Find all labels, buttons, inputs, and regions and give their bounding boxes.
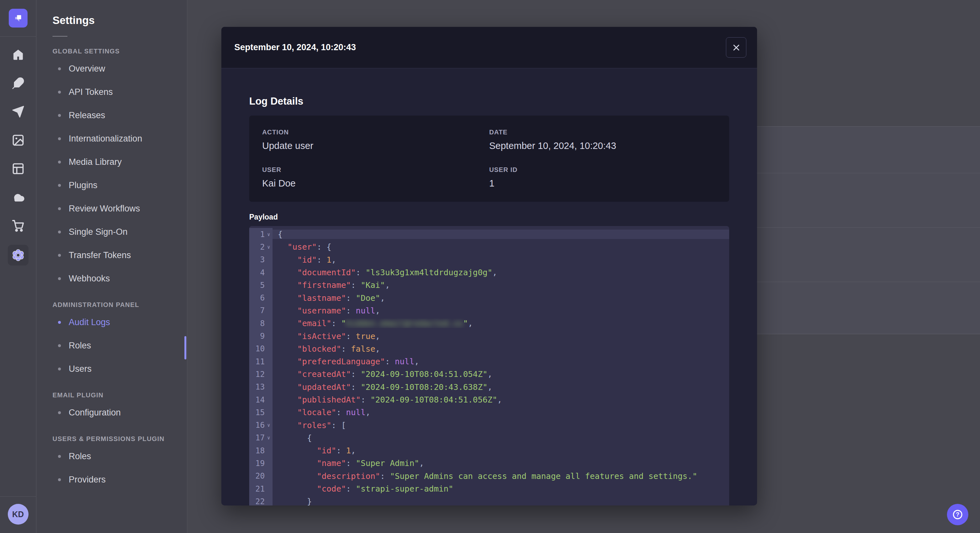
code-gutter: 7 — [249, 305, 272, 317]
nav-item-label: Internationalization — [69, 134, 142, 144]
nav-item-label: API Tokens — [69, 87, 113, 97]
code-line-1: 1∨{ — [249, 228, 729, 241]
settings-nav-item-providers[interactable]: Providers — [52, 468, 187, 491]
bullet-icon — [58, 184, 61, 187]
svg-text:?: ? — [956, 511, 959, 518]
line-number: 12 — [253, 370, 265, 379]
code-line-8: 8 "email": "hidden.email@redacted.xx", — [249, 317, 729, 330]
code-gutter: 16∨ — [249, 419, 272, 431]
modal-body: Log Details ACTIONUpdate userDATESeptemb… — [221, 95, 757, 506]
feather-icon — [12, 77, 25, 90]
code-text: "locale": null, — [272, 408, 729, 417]
shopping-cart-icon — [12, 219, 25, 232]
code-line-22: 22 } — [249, 495, 729, 506]
fold-chevron-icon[interactable]: ∨ — [265, 435, 272, 441]
code-line-10: 10 "blocked": false, — [249, 343, 729, 355]
settings-nav-item-configuration[interactable]: Configuration — [52, 401, 187, 424]
nav-item-label: Releases — [69, 110, 105, 121]
nav-section-administration-panel: ADMINISTRATION PANELAudit LogsRolesUsers — [52, 301, 187, 381]
code-line-7: 7 "username": null, — [249, 305, 729, 317]
line-number: 10 — [253, 344, 265, 353]
nav-item-label: Roles — [69, 341, 91, 351]
settings-nav-item-webhooks[interactable]: Webhooks — [52, 267, 187, 290]
code-gutter: 20 — [249, 470, 272, 482]
sidebar-item-home[interactable] — [8, 44, 29, 65]
code-gutter: 2∨ — [249, 241, 272, 253]
code-text: "lastname": "Doe", — [272, 293, 729, 303]
line-number: 16 — [253, 420, 265, 430]
line-number: 7 — [253, 306, 265, 315]
detail-user: USERKai Doe — [262, 166, 489, 189]
nav-item-label: Audit Logs — [69, 317, 110, 327]
settings-nav-item-transfer-tokens[interactable]: Transfer Tokens — [52, 244, 187, 267]
code-gutter: 18 — [249, 444, 272, 457]
settings-nav-item-users[interactable]: Users — [52, 357, 187, 381]
sidebar-item-content-type-builder[interactable] — [8, 159, 29, 179]
line-number: 18 — [253, 446, 265, 455]
nav-section-label: GLOBAL SETTINGS — [52, 48, 187, 55]
nav-item-label: Media Library — [69, 157, 122, 167]
code-text: { — [272, 433, 729, 443]
line-number: 19 — [253, 459, 265, 468]
rail-divider-bottom — [0, 497, 36, 497]
bullet-icon — [58, 277, 61, 280]
line-number: 1 — [253, 230, 265, 239]
settings-nav-item-internationalization[interactable]: Internationalization — [52, 127, 187, 150]
media-library-icon — [12, 134, 25, 147]
code-line-4: 4 "documentId": "ls3uk3g1xm4ltdrdugzajg0… — [249, 266, 729, 279]
sidebar-item-marketplace[interactable] — [8, 215, 29, 236]
sidebar-item-content-manager[interactable] — [8, 73, 29, 94]
bullet-icon — [58, 207, 61, 210]
detail-label: ACTION — [262, 128, 489, 136]
bullet-icon — [58, 137, 61, 140]
user-avatar[interactable]: KD — [8, 504, 29, 525]
code-text: "roles": [ — [272, 420, 729, 430]
code-gutter: 19 — [249, 457, 272, 470]
settings-nav-item-review-workflows[interactable]: Review Workflows — [52, 197, 187, 220]
fold-chevron-icon[interactable]: ∨ — [265, 244, 272, 250]
fold-chevron-icon[interactable]: ∨ — [265, 422, 272, 428]
bullet-icon — [58, 230, 61, 233]
settings-nav-item-roles[interactable]: Roles — [52, 444, 187, 468]
code-line-19: 19 "name": "Super Admin", — [249, 457, 729, 470]
settings-nav-item-audit-logs[interactable]: Audit Logs — [52, 311, 187, 334]
code-line-6: 6 "lastname": "Doe", — [249, 292, 729, 304]
fold-chevron-icon[interactable]: ∨ — [265, 232, 272, 237]
sidebar-item-media-library[interactable] — [8, 130, 29, 151]
nav-item-label: Providers — [69, 475, 106, 485]
settings-nav-item-plugins[interactable]: Plugins — [52, 174, 187, 197]
line-number: 15 — [253, 408, 265, 417]
code-line-20: 20 "description": "Super Admins can acce… — [249, 470, 729, 482]
code-gutter: 11 — [249, 355, 272, 368]
sidebar-item-releases[interactable] — [8, 102, 29, 122]
close-button[interactable] — [726, 37, 746, 58]
code-gutter: 17∨ — [249, 431, 272, 444]
settings-nav-item-overview[interactable]: Overview — [52, 57, 187, 80]
settings-subnav: Settings GLOBAL SETTINGSOverviewAPI Toke… — [37, 0, 187, 533]
strapi-logo[interactable] — [9, 9, 27, 27]
settings-nav-item-media-library[interactable]: Media Library — [52, 150, 187, 174]
settings-nav-item-single-sign-on[interactable]: Single Sign-On — [52, 220, 187, 244]
nav-section-global-settings: GLOBAL SETTINGSOverviewAPI TokensRelease… — [52, 48, 187, 290]
settings-nav-item-roles[interactable]: Roles — [52, 334, 187, 357]
payload-label: Payload — [249, 213, 729, 222]
bullet-icon — [58, 411, 61, 414]
line-number: 13 — [253, 382, 265, 392]
code-text: "preferedLanguage": null, — [272, 357, 729, 366]
line-number: 4 — [253, 268, 265, 277]
bullet-icon — [58, 90, 61, 94]
code-text: "isActive": true, — [272, 332, 729, 341]
payload-json-viewer: 1∨{2∨ "user": {3 "id": 1,4 "documentId":… — [249, 226, 729, 506]
nav-item-label: Webhooks — [69, 274, 110, 284]
bullet-icon — [58, 455, 61, 458]
settings-nav-item-releases[interactable]: Releases — [52, 104, 187, 127]
subnav-scrollbar-thumb[interactable] — [185, 336, 186, 359]
sidebar-item-settings[interactable] — [8, 245, 29, 265]
settings-nav-item-api-tokens[interactable]: API Tokens — [52, 80, 187, 104]
help-button[interactable]: ? — [947, 504, 968, 525]
sidebar-item-deploy[interactable] — [8, 187, 29, 208]
code-text: "id": 1, — [272, 255, 729, 265]
nav-item-label: Transfer Tokens — [69, 250, 131, 260]
modal-header: September 10, 2024, 10:20:43 — [221, 27, 757, 68]
nav-section-users-permissions-plugin: USERS & PERMISSIONS PLUGINRolesProviders — [52, 435, 187, 491]
